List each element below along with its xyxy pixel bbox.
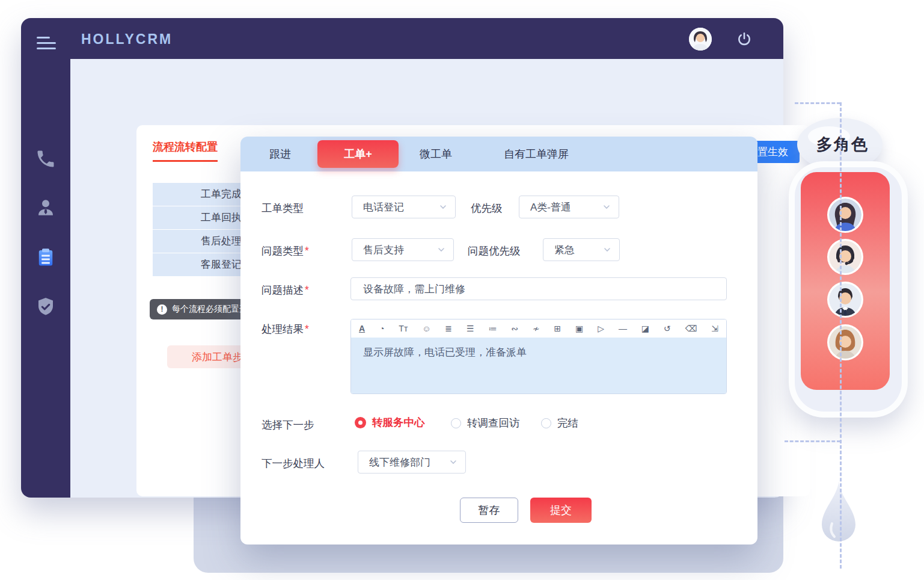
radio-service-center[interactable]: 转服务中心 xyxy=(355,415,425,430)
next-handler-label: 下一步处理人 xyxy=(262,456,325,470)
issue-priority-label: 问题优先级 xyxy=(468,244,521,258)
issue-desc-value: 设备故障，需上门维修 xyxy=(363,282,465,296)
brand-logo: HOLLYCRM xyxy=(81,31,173,48)
modal-tab-micro-order[interactable]: 微工单 xyxy=(420,137,452,171)
indent-icon[interactable]: ≣ xyxy=(445,324,452,333)
user-avatar-image xyxy=(689,28,712,51)
radio-label: 转服务中心 xyxy=(372,415,425,430)
video-icon[interactable]: ▷ xyxy=(598,324,604,333)
power-icon[interactable] xyxy=(736,31,752,47)
emoji-icon[interactable]: ☺ xyxy=(422,324,430,333)
tab-flow-config[interactable]: 流程流转配置 xyxy=(153,140,218,162)
teardrop-decoration xyxy=(820,481,857,554)
fullscreen-icon[interactable]: ⇲ xyxy=(711,324,718,333)
role-avatar-agent-headset[interactable] xyxy=(827,239,863,275)
dashed-guide-line xyxy=(785,440,840,442)
sidebar-phone-icon[interactable] xyxy=(35,148,57,170)
role-avatar-agent-1[interactable] xyxy=(827,197,863,233)
image-icon[interactable]: ▣ xyxy=(575,324,583,333)
issue-desc-input[interactable]: 设备故障，需上门维修 xyxy=(350,277,727,300)
result-rich-editor: A ◔ Tт ☺ ≣ ☰ ≔ ∾ ≁ ⊞ ▣ ▷ — ◪ ↺ ⌫ ⇲ 显示屏故障… xyxy=(350,319,727,394)
issue-priority-select[interactable]: 紧急 xyxy=(543,238,620,261)
sidebar-workorder-icon-active[interactable] xyxy=(35,247,57,268)
radio-unselected-icon xyxy=(541,418,551,428)
save-draft-button[interactable]: 暂存 xyxy=(460,498,518,523)
priority-value: A类-普通 xyxy=(530,200,571,214)
modal-tab-follow[interactable]: 跟进 xyxy=(269,137,291,171)
multi-role-label: 多角色 xyxy=(816,134,869,155)
chevron-down-icon xyxy=(436,245,446,255)
modal-tab-popup[interactable]: 自有工单弹屏 xyxy=(504,137,569,171)
chevron-down-icon xyxy=(602,245,612,255)
chevron-down-icon xyxy=(602,202,611,212)
issue-type-value: 售后支持 xyxy=(363,243,404,257)
font-size-icon[interactable]: Tт xyxy=(399,324,408,333)
modal-tabbar: 跟进 工单+ 微工单 自有工单弹屏 xyxy=(240,137,757,171)
radio-label: 转调查回访 xyxy=(467,416,520,430)
editor-toolbar: A ◔ Tт ☺ ≣ ☰ ≔ ∾ ≁ ⊞ ▣ ▷ — ◪ ↺ ⌫ ⇲ xyxy=(351,319,726,338)
role-avatar-agent-2[interactable] xyxy=(827,324,863,360)
remove-link-icon[interactable]: ≁ xyxy=(533,324,540,333)
radio-survey-callback[interactable]: 转调查回访 xyxy=(451,416,520,430)
user-avatar[interactable] xyxy=(689,28,712,51)
radio-unselected-icon xyxy=(451,418,461,428)
delete-icon[interactable]: ⌫ xyxy=(685,324,697,333)
exclamation-icon: ! xyxy=(157,304,167,315)
align-icon[interactable]: ☰ xyxy=(467,324,474,333)
dashed-guide-line xyxy=(795,102,840,104)
role-avatar-manager[interactable] xyxy=(827,282,863,318)
menu-toggle-icon[interactable] xyxy=(37,37,57,51)
undo-icon[interactable]: ↺ xyxy=(664,324,671,333)
issue-priority-value: 紧急 xyxy=(554,243,575,257)
order-type-select[interactable]: 电话登记 xyxy=(352,196,456,218)
order-type-label: 工单类型 xyxy=(262,201,304,215)
radio-selected-icon xyxy=(355,417,366,428)
radio-label: 完结 xyxy=(557,416,578,430)
horizontal-rule-icon[interactable]: — xyxy=(619,324,627,333)
issue-desc-label: 问题描述* xyxy=(262,283,309,297)
radio-finish[interactable]: 完结 xyxy=(541,416,578,430)
sidebar-contacts-icon[interactable] xyxy=(35,197,57,218)
submit-button[interactable]: 提交 xyxy=(530,498,592,523)
screen: HOLLYCRM xyxy=(0,0,924,580)
insert-link-icon[interactable]: ∾ xyxy=(511,324,518,333)
table-icon[interactable]: ⊞ xyxy=(554,324,561,333)
priority-label: 优先级 xyxy=(471,201,503,215)
result-label: 处理结果* xyxy=(262,322,309,336)
priority-select[interactable]: A类-普通 xyxy=(519,196,619,218)
result-editor-content[interactable]: 显示屏故障，电话已受理，准备派单 xyxy=(351,338,726,394)
sidebar-security-icon[interactable] xyxy=(35,296,57,318)
dashed-guide-line xyxy=(840,102,842,569)
color-palette-icon[interactable]: ◔ xyxy=(379,324,384,333)
list-icon[interactable]: ≔ xyxy=(488,324,497,333)
work-order-modal: 跟进 工单+ 微工单 自有工单弹屏 工单类型 电话登记 优先级 A类-普通 问题… xyxy=(240,137,757,545)
issue-type-select[interactable]: 售后支持 xyxy=(352,238,454,261)
chevron-down-icon xyxy=(448,457,458,467)
issue-type-label: 问题类型* xyxy=(262,244,309,258)
order-type-value: 电话登记 xyxy=(363,200,404,214)
modal-tab-workorder-active[interactable]: 工单+ xyxy=(317,140,399,168)
next-handler-value: 线下维修部门 xyxy=(369,455,430,469)
next-step-label: 选择下一步 xyxy=(262,418,314,432)
eraser-icon[interactable]: ◪ xyxy=(641,324,649,333)
next-handler-select[interactable]: 线下维修部门 xyxy=(358,451,466,474)
chevron-down-icon xyxy=(438,202,448,212)
font-style-icon[interactable]: A xyxy=(359,324,365,333)
